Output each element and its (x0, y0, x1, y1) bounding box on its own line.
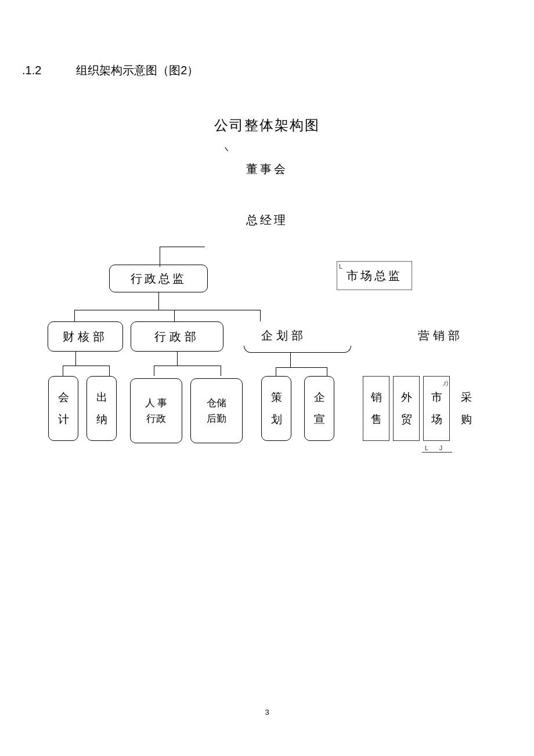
leaf-group-planning: 策 划 企 宣 (261, 376, 334, 441)
node-publicity: 企 宣 (304, 376, 334, 441)
wh-line1: 仓储 (207, 395, 226, 411)
page-number: 3 (0, 708, 534, 717)
node-market-director: 市场总监 (337, 261, 412, 290)
connector-line (221, 366, 221, 376)
node-dept-planning: 企划部 (261, 328, 306, 343)
corner-mark: L (339, 263, 342, 270)
node-hr-admin: 人 事 行政 (130, 378, 182, 443)
section-title: 组织架构示意图（图 (76, 64, 181, 77)
connector-line (109, 366, 110, 376)
connector-line (63, 366, 63, 376)
connector-line (63, 366, 109, 366)
connector-line (177, 352, 178, 366)
sales-char2: 售 (371, 408, 382, 431)
wh-line2: 后勤 (207, 411, 226, 426)
leaf-group-sales: 销 售 外 贸 ,r) 市 场 采 购 (363, 376, 479, 441)
diagram-main-title: 公司整体架构图 (0, 116, 534, 135)
mkt-char2: 场 (431, 408, 442, 431)
leaf-group-finance: 会 计 出 纳 (48, 376, 117, 441)
hr-line1: 人 事 (145, 395, 168, 411)
node-dept-sales: 营销部 (418, 328, 463, 343)
pub-char1: 企 (314, 386, 325, 408)
connector-line (75, 352, 76, 366)
cashier-char2: 纳 (96, 408, 107, 431)
accounting-char2: 计 (58, 408, 69, 431)
proc-char1: 采 (461, 386, 472, 408)
ft-char2: 贸 (401, 408, 412, 431)
market-director-label: 市场总监 (347, 268, 402, 284)
node-accounting: 会 计 (48, 376, 78, 441)
leaf-group-admin: 人 事 行政 仓储 后勤 (130, 378, 243, 443)
squiggle-mark: ⸌ (222, 146, 228, 158)
dept-finaudit-label: 财核部 (63, 329, 108, 345)
connector-line (174, 310, 175, 321)
mkt-char1: 市 (431, 386, 442, 408)
node-market: ,r) 市 场 (423, 376, 450, 441)
sales-char1: 销 (371, 386, 382, 408)
node-plan: 策 划 (261, 376, 291, 441)
connector-line (276, 367, 276, 376)
node-sales: 销 售 (363, 376, 389, 441)
section-heading: .1.2组织架构示意图（图2） (22, 63, 199, 78)
section-close: ） (187, 64, 199, 77)
figure-number: 2 (181, 64, 187, 77)
connector-line (290, 353, 291, 367)
connector-line (260, 310, 261, 321)
node-general-manager: 总经理 (0, 212, 534, 228)
proc-char2: 购 (461, 408, 472, 431)
ft-char1: 外 (401, 386, 412, 408)
connector-line (276, 367, 327, 368)
node-cashier: 出 纳 (86, 376, 117, 441)
underline-mark (422, 452, 452, 453)
node-admin-director: 行政总监 (109, 265, 208, 292)
connector-line (158, 292, 159, 310)
connector-line (154, 366, 221, 366)
node-dept-admin: 行政部 (131, 321, 223, 352)
node-foreign-trade: 外 贸 (393, 376, 420, 441)
node-procurement: 采 购 (453, 376, 479, 441)
node-warehouse: 仓储 后勤 (190, 378, 243, 443)
connector-line (160, 247, 160, 267)
connector-line (74, 310, 260, 310)
corner-mark: ,r) (443, 378, 448, 389)
admin-director-label: 行政总监 (131, 271, 186, 287)
hr-line2: 行政 (146, 411, 166, 426)
connector-line (154, 366, 154, 376)
plan-char2: 划 (271, 408, 282, 431)
node-dept-finance-audit: 财核部 (48, 321, 123, 352)
plan-char1: 策 (271, 386, 282, 408)
pub-char2: 宣 (314, 408, 325, 431)
connector-line (327, 367, 327, 376)
section-number: .1.2 (22, 64, 41, 77)
accounting-char1: 会 (58, 386, 69, 408)
connector-line (160, 247, 205, 247)
connector-line (74, 310, 75, 321)
lj-mark: L J (425, 444, 447, 451)
cashier-char1: 出 (96, 386, 107, 408)
dept-admin-label: 行政部 (154, 329, 200, 345)
node-board: 董事会 (0, 161, 534, 177)
brace-icon (244, 346, 351, 353)
